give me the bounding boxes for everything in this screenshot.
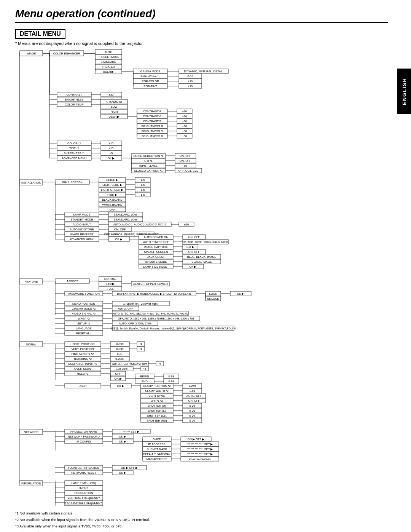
svg-text:*** *** *** **** SET ▶: *** *** *** **** SET ▶: [187, 443, 213, 446]
svg-text:CINEMA MODE *3: CINEMA MODE *3: [72, 307, 96, 310]
svg-text:PASSWORD FUNCTION: PASSWORD FUNCTION: [68, 292, 100, 296]
svg-text:NOISE REDUCTION *1: NOISE REDUCTION *1: [133, 154, 163, 158]
svg-text:IP ADDRESS: IP ADDRESS: [148, 443, 166, 446]
svg-rect-536: [65, 505, 103, 506]
svg-text:±10: ±10: [188, 80, 193, 83]
svg-text:*4: *4: [143, 367, 146, 370]
svg-text:*** *** *** **** SET ▶: *** *** *** **** SET ▶: [187, 452, 213, 456]
svg-text:OK ▶: OK ▶: [117, 384, 125, 388]
svg-text:AUTO KEYSTONE: AUTO KEYSTONE: [70, 228, 94, 231]
section-title: DETAIL MENU: [15, 29, 65, 39]
svg-text:±30: ±30: [109, 93, 113, 96]
svg-text:1-5: 1-5: [141, 193, 145, 197]
svg-text:*4: *4: [159, 363, 161, 365]
svg-text:VERT. POSITION: VERT. POSITION: [71, 347, 94, 351]
svg-text:DYNAMIC, NATURAL, DETAIL: DYNAMIC, NATURAL, DETAIL: [184, 70, 223, 73]
page-title: Menu operation (continued): [15, 8, 388, 23]
svg-text:WALL SCREEN: WALL SCREEN: [62, 181, 82, 184]
svg-text:1-5: 1-5: [141, 188, 145, 192]
svg-text:16:9 ▶: 16:9 ▶: [106, 282, 115, 286]
svg-text:1-5: 1-5: [141, 178, 145, 182]
svg-text:SHUTTER (U): SHUTTER (U): [148, 404, 166, 407]
svg-text:0-20: 0-20: [189, 409, 195, 412]
svg-text:AUTO, AUDIO 1, AUDIO 2, AUDIO : AUTO, AUDIO 1, AUDIO 2, AUDIO 3, MIX *6: [113, 223, 166, 226]
svg-text:LAMP TIME RESET: LAMP TIME RESET: [143, 265, 169, 268]
svg-text:BEIGE ▶: BEIGE ▶: [106, 178, 118, 182]
footer-notes: *1 Not available with certain signals *2…: [15, 510, 388, 532]
svg-text:1-63: 1-63: [189, 389, 195, 393]
svg-text:BRIGHTNESS G: BRIGHTNESS G: [142, 129, 163, 133]
svg-text:BEGIN: BEGIN: [140, 375, 149, 378]
svg-text:CLAMP POSITION *2: CLAMP POSITION *2: [143, 384, 171, 388]
svg-text:DEFAULT GATEWAY: DEFAULT GATEWAY: [143, 452, 170, 456]
svg-text:NETWORK: NETWORK: [24, 430, 38, 434]
svg-text:OFF, CC1, CC2: OFF, CC1, CC2: [178, 169, 199, 173]
svg-text:STANDARD, LOW: STANDARD, LOW: [114, 213, 138, 216]
svg-text:*4: *4: [140, 348, 142, 350]
svg-text:LIGHT GREEN ▶: LIGHT GREEN ▶: [101, 188, 124, 192]
svg-text:SHUTTER (LS): SHUTTER (LS): [147, 414, 167, 417]
svg-text:COMPUTER INPUT *2: COMPUTER INPUT *2: [68, 362, 97, 366]
svg-text:OK ▶: OK ▶: [237, 292, 245, 296]
svg-text:AUTO POWER ON: AUTO POWER ON: [144, 235, 168, 239]
svg-text:±30: ±30: [182, 115, 187, 118]
svg-text:PJLink CERTIFICATION: PJLink CERTIFICATION: [68, 466, 99, 470]
svg-text:±30: ±30: [182, 110, 187, 113]
diagram-area: IMAGE COLOR ENHANCER AUTO PRESENTATION S…: [15, 49, 388, 506]
svg-text:±10: ±10: [188, 85, 193, 88]
svg-text:SHUTTER (L): SHUTTER (L): [148, 409, 166, 412]
svg-text:RGB-COLOR: RGB-COLOR: [142, 80, 159, 83]
svg-text:±10: ±10: [109, 142, 113, 145]
svg-text:AUTO, RGB, YCbCr/YPbPr: AUTO, RGB, YCbCr/YPbPr: [112, 362, 147, 366]
svg-text:AUTO, NTSC, PAL, SECAM, 4.43NT: AUTO, NTSC, PAL, SECAM, 4.43NTSC, PAL-M,…: [112, 312, 188, 315]
svg-text:USER ▶: USER ▶: [109, 115, 120, 118]
svg-text:±5: ±5: [184, 164, 187, 168]
svg-text:MENU POSITION: MENU POSITION: [72, 302, 95, 305]
svg-text:NETWORK RESET: NETWORK RESET: [71, 471, 96, 474]
svg-text:1-5: 1-5: [141, 183, 145, 187]
svg-text:PINK ▶: PINK ▶: [107, 193, 118, 197]
svg-text:0-10: 0-10: [187, 75, 193, 78]
svg-text:SIGNAL: SIGNAL: [26, 343, 37, 346]
svg-text:ADVANCED MENU: ADVANCED MENU: [62, 157, 86, 160]
svg-text:LOCK: LOCK: [209, 292, 217, 296]
svg-text:SHARPNESS *1: SHARPNESS *1: [64, 152, 84, 155]
svg-text:USER: USER: [79, 384, 87, 388]
svg-text:TINT *1: TINT *1: [69, 147, 79, 150]
svg-text:****** SET ▶: ****** SET ▶: [123, 430, 140, 433]
footnote-4: *4 The range that can be specified varie…: [15, 530, 388, 532]
svg-text:BRIGHTNESS B: BRIGHTNESS B: [142, 134, 163, 138]
svg-text:DISPLAY INPUT ▶ MENU ACCESS ▶ : DISPLAY INPUT ▶ MENU ACCESS ▶ SPLASH ID …: [117, 292, 191, 295]
svg-text:LAMP MODE: LAMP MODE: [73, 213, 91, 216]
svg-text:0-99: 0-99: [168, 375, 174, 378]
svg-text:OK ▶: OK ▶: [115, 238, 123, 241]
svg-text:OK ▶: OK ▶: [119, 440, 127, 443]
svg-text:*** *** *** **** SET ▶: *** *** *** **** SET ▶: [187, 447, 213, 451]
svg-text:NORMAL: NORMAL: [104, 277, 116, 281]
svg-text:0-99: 0-99: [168, 380, 174, 383]
svg-text:WXGA *2: WXGA *2: [78, 317, 90, 320]
svg-text:xx-xx-xx-xx-xx-xx: xx-xx-xx-xx-xx-xx: [189, 457, 211, 461]
svg-text:0-20: 0-20: [189, 404, 195, 407]
svg-text:BRIGHTNESS: BRIGHTNESS: [65, 98, 84, 101]
svg-text:USER ▶: USER ▶: [103, 70, 115, 73]
svg-text:IMAGE REVERSE: IMAGE REVERSE: [70, 233, 94, 236]
svg-text:±30: ±30: [182, 125, 187, 128]
svg-text:±10: ±10: [109, 147, 113, 150]
svg-text:HIGH: HIGH: [111, 110, 118, 113]
svg-text:±30: ±30: [182, 120, 187, 123]
svg-text:IMAGE: IMAGE: [27, 52, 36, 55]
svg-text:AUTO, OFF: AUTO, OFF: [118, 307, 133, 310]
svg-text:1-255: 1-255: [188, 384, 196, 388]
svg-text:Off, 5min, 10min, 20min, 30min: Off, 5min, 10min, 20min, 30min, 60min: [183, 241, 228, 243]
svg-text:ON, OFF: ON, OFF: [188, 250, 200, 254]
svg-text:ON, OFF: ON, OFF: [188, 399, 200, 403]
svg-text:ON, OFF: ON, OFF: [180, 159, 191, 163]
svg-text:CONTRAST: CONTRAST: [66, 93, 82, 96]
svg-text:BLUE, BLACK, IMAGE: BLUE, BLACK, IMAGE: [187, 255, 217, 259]
svg-text:IP CONFIG: IP CONFIG: [76, 440, 91, 443]
svg-text:MAC ADDRESS: MAC ADDRESS: [147, 457, 167, 461]
svg-text:COLOR ENHANCER: COLOR ENHANCER: [53, 52, 80, 55]
svg-text:VIDEO SIGNAL *5: VIDEO SIGNAL *5: [72, 312, 96, 315]
svg-text:STANDARD: STANDARD: [101, 60, 116, 64]
